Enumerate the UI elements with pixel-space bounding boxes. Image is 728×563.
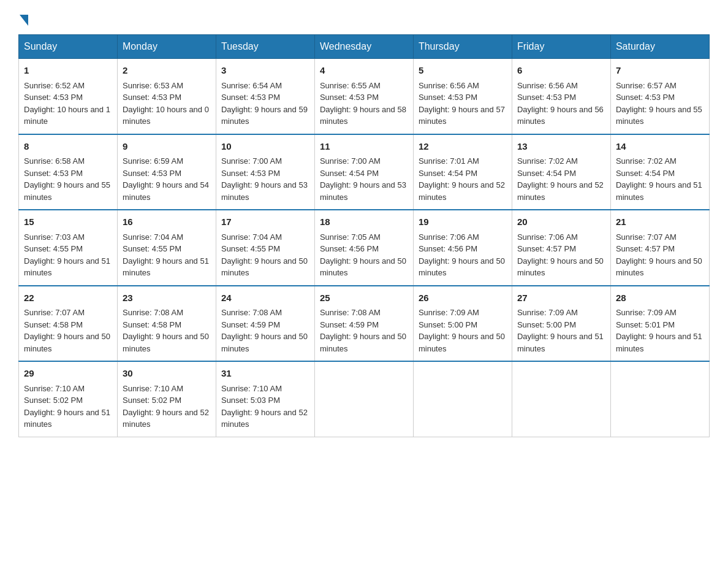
day-header-monday: Monday: [117, 35, 216, 59]
day-header-saturday: Saturday: [610, 35, 709, 59]
day-number: 24: [221, 291, 309, 305]
calendar-day-cell: 16Sunrise: 7:04 AMSunset: 4:55 PMDayligh…: [117, 210, 216, 286]
day-number: 6: [517, 64, 605, 78]
calendar-day-cell: 2Sunrise: 6:53 AMSunset: 4:53 PMDaylight…: [117, 59, 216, 134]
day-number: 31: [221, 367, 309, 381]
day-number: 23: [123, 291, 211, 305]
day-number: 25: [320, 291, 408, 305]
calendar-day-cell: 14Sunrise: 7:02 AMSunset: 4:54 PMDayligh…: [610, 134, 709, 210]
calendar-day-cell: 25Sunrise: 7:08 AMSunset: 4:59 PMDayligh…: [314, 286, 413, 362]
day-number: 10: [221, 140, 309, 154]
day-header-tuesday: Tuesday: [216, 35, 314, 59]
calendar-day-cell: 18Sunrise: 7:05 AMSunset: 4:56 PMDayligh…: [314, 210, 413, 286]
calendar-day-cell: [512, 361, 610, 437]
day-number: 12: [419, 140, 507, 154]
calendar-day-cell: 28Sunrise: 7:09 AMSunset: 5:01 PMDayligh…: [610, 286, 709, 362]
day-number: 27: [517, 291, 605, 305]
day-number: 13: [517, 140, 605, 154]
day-number: 30: [123, 367, 211, 381]
calendar-day-cell: 5Sunrise: 6:56 AMSunset: 4:53 PMDaylight…: [413, 59, 512, 134]
calendar-day-cell: 23Sunrise: 7:08 AMSunset: 4:58 PMDayligh…: [117, 286, 216, 362]
calendar-day-cell: 22Sunrise: 7:07 AMSunset: 4:58 PMDayligh…: [19, 286, 118, 362]
calendar-day-cell: 13Sunrise: 7:02 AMSunset: 4:54 PMDayligh…: [512, 134, 610, 210]
calendar-week-row: 1Sunrise: 6:52 AMSunset: 4:53 PMDaylight…: [19, 59, 710, 134]
calendar-day-cell: 6Sunrise: 6:56 AMSunset: 4:53 PMDaylight…: [512, 59, 610, 134]
calendar-day-cell: 10Sunrise: 7:00 AMSunset: 4:53 PMDayligh…: [216, 134, 314, 210]
logo-arrow-icon: [20, 15, 28, 26]
day-number: 4: [320, 64, 408, 78]
calendar-day-cell: 11Sunrise: 7:00 AMSunset: 4:54 PMDayligh…: [314, 134, 413, 210]
day-number: 5: [419, 64, 507, 78]
calendar-day-cell: [413, 361, 512, 437]
day-header-thursday: Thursday: [413, 35, 512, 59]
calendar-day-cell: 3Sunrise: 6:54 AMSunset: 4:53 PMDaylight…: [216, 59, 314, 134]
calendar-table: SundayMondayTuesdayWednesdayThursdayFrid…: [18, 34, 710, 437]
day-number: 18: [320, 215, 408, 229]
calendar-day-cell: 9Sunrise: 6:59 AMSunset: 4:53 PMDaylight…: [117, 134, 216, 210]
calendar-day-cell: 1Sunrise: 6:52 AMSunset: 4:53 PMDaylight…: [19, 59, 118, 134]
calendar-day-cell: 15Sunrise: 7:03 AMSunset: 4:55 PMDayligh…: [19, 210, 118, 286]
day-number: 22: [24, 291, 112, 305]
day-number: 17: [221, 215, 309, 229]
calendar-day-cell: 7Sunrise: 6:57 AMSunset: 4:53 PMDaylight…: [610, 59, 709, 134]
calendar-day-cell: 29Sunrise: 7:10 AMSunset: 5:02 PMDayligh…: [19, 361, 118, 437]
calendar-day-cell: 27Sunrise: 7:09 AMSunset: 5:00 PMDayligh…: [512, 286, 610, 362]
day-header-friday: Friday: [512, 35, 610, 59]
calendar-day-cell: 24Sunrise: 7:08 AMSunset: 4:59 PMDayligh…: [216, 286, 314, 362]
day-header-wednesday: Wednesday: [314, 35, 413, 59]
calendar-day-cell: 12Sunrise: 7:01 AMSunset: 4:54 PMDayligh…: [413, 134, 512, 210]
day-number: 20: [517, 215, 605, 229]
day-number: 28: [616, 291, 704, 305]
calendar-day-cell: 31Sunrise: 7:10 AMSunset: 5:03 PMDayligh…: [216, 361, 314, 437]
calendar-day-cell: 30Sunrise: 7:10 AMSunset: 5:02 PMDayligh…: [117, 361, 216, 437]
calendar-week-row: 29Sunrise: 7:10 AMSunset: 5:02 PMDayligh…: [19, 361, 710, 437]
page-header: [18, 12, 710, 23]
day-header-sunday: Sunday: [19, 35, 118, 59]
calendar-day-cell: 8Sunrise: 6:58 AMSunset: 4:53 PMDaylight…: [19, 134, 118, 210]
calendar-day-cell: 21Sunrise: 7:07 AMSunset: 4:57 PMDayligh…: [610, 210, 709, 286]
calendar-day-cell: [314, 361, 413, 437]
day-number: 1: [24, 64, 112, 78]
day-number: 19: [419, 215, 507, 229]
day-number: 2: [123, 64, 211, 78]
day-number: 21: [616, 215, 704, 229]
day-number: 8: [24, 140, 112, 154]
day-number: 3: [221, 64, 309, 78]
day-number: 26: [419, 291, 507, 305]
calendar-day-cell: [610, 361, 709, 437]
calendar-day-cell: 19Sunrise: 7:06 AMSunset: 4:56 PMDayligh…: [413, 210, 512, 286]
logo: [18, 12, 28, 23]
calendar-day-cell: 4Sunrise: 6:55 AMSunset: 4:53 PMDaylight…: [314, 59, 413, 134]
day-headers-row: SundayMondayTuesdayWednesdayThursdayFrid…: [19, 35, 710, 59]
day-number: 9: [123, 140, 211, 154]
day-number: 7: [616, 64, 704, 78]
calendar-week-row: 15Sunrise: 7:03 AMSunset: 4:55 PMDayligh…: [19, 210, 710, 286]
calendar-day-cell: 17Sunrise: 7:04 AMSunset: 4:55 PMDayligh…: [216, 210, 314, 286]
day-number: 15: [24, 215, 112, 229]
calendar-day-cell: 26Sunrise: 7:09 AMSunset: 5:00 PMDayligh…: [413, 286, 512, 362]
day-number: 16: [123, 215, 211, 229]
calendar-week-row: 22Sunrise: 7:07 AMSunset: 4:58 PMDayligh…: [19, 286, 710, 362]
calendar-week-row: 8Sunrise: 6:58 AMSunset: 4:53 PMDaylight…: [19, 134, 710, 210]
day-number: 29: [24, 367, 112, 381]
calendar-day-cell: 20Sunrise: 7:06 AMSunset: 4:57 PMDayligh…: [512, 210, 610, 286]
day-number: 14: [616, 140, 704, 154]
day-number: 11: [320, 140, 408, 154]
